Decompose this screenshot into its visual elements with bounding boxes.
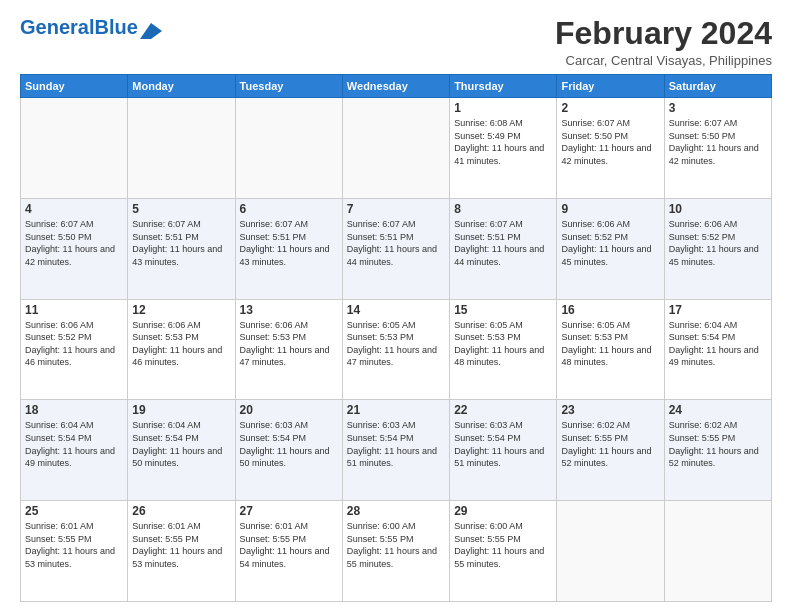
day-number: 5 [132, 202, 230, 216]
month-title: February 2024 [555, 16, 772, 51]
day-info: Sunrise: 6:06 AMSunset: 5:53 PMDaylight:… [240, 319, 338, 369]
day-info: Sunrise: 6:06 AMSunset: 5:53 PMDaylight:… [132, 319, 230, 369]
logo: GeneralBlue [20, 16, 162, 39]
calendar-cell [128, 98, 235, 199]
day-number: 13 [240, 303, 338, 317]
calendar-week-1: 1Sunrise: 6:08 AMSunset: 5:49 PMDaylight… [21, 98, 772, 199]
weekday-header-tuesday: Tuesday [235, 75, 342, 98]
calendar-cell: 17Sunrise: 6:04 AMSunset: 5:54 PMDayligh… [664, 299, 771, 400]
calendar-cell: 4Sunrise: 6:07 AMSunset: 5:50 PMDaylight… [21, 198, 128, 299]
day-info: Sunrise: 6:07 AMSunset: 5:50 PMDaylight:… [25, 218, 123, 268]
day-info: Sunrise: 6:00 AMSunset: 5:55 PMDaylight:… [347, 520, 445, 570]
day-info: Sunrise: 6:07 AMSunset: 5:50 PMDaylight:… [669, 117, 767, 167]
day-info: Sunrise: 6:06 AMSunset: 5:52 PMDaylight:… [561, 218, 659, 268]
calendar-cell: 27Sunrise: 6:01 AMSunset: 5:55 PMDayligh… [235, 501, 342, 602]
calendar-cell: 15Sunrise: 6:05 AMSunset: 5:53 PMDayligh… [450, 299, 557, 400]
day-number: 11 [25, 303, 123, 317]
day-info: Sunrise: 6:07 AMSunset: 5:51 PMDaylight:… [132, 218, 230, 268]
calendar-cell [21, 98, 128, 199]
day-number: 14 [347, 303, 445, 317]
calendar-cell: 29Sunrise: 6:00 AMSunset: 5:55 PMDayligh… [450, 501, 557, 602]
calendar-cell: 10Sunrise: 6:06 AMSunset: 5:52 PMDayligh… [664, 198, 771, 299]
calendar-cell: 2Sunrise: 6:07 AMSunset: 5:50 PMDaylight… [557, 98, 664, 199]
calendar-week-3: 11Sunrise: 6:06 AMSunset: 5:52 PMDayligh… [21, 299, 772, 400]
calendar-cell: 9Sunrise: 6:06 AMSunset: 5:52 PMDaylight… [557, 198, 664, 299]
day-info: Sunrise: 6:02 AMSunset: 5:55 PMDaylight:… [561, 419, 659, 469]
calendar-table: SundayMondayTuesdayWednesdayThursdayFrid… [20, 74, 772, 602]
calendar-cell: 22Sunrise: 6:03 AMSunset: 5:54 PMDayligh… [450, 400, 557, 501]
day-number: 21 [347, 403, 445, 417]
day-info: Sunrise: 6:04 AMSunset: 5:54 PMDaylight:… [25, 419, 123, 469]
day-number: 18 [25, 403, 123, 417]
day-number: 20 [240, 403, 338, 417]
calendar-cell: 3Sunrise: 6:07 AMSunset: 5:50 PMDaylight… [664, 98, 771, 199]
calendar-cell: 5Sunrise: 6:07 AMSunset: 5:51 PMDaylight… [128, 198, 235, 299]
day-number: 26 [132, 504, 230, 518]
day-info: Sunrise: 6:07 AMSunset: 5:51 PMDaylight:… [240, 218, 338, 268]
day-number: 15 [454, 303, 552, 317]
title-block: February 2024 Carcar, Central Visayas, P… [555, 16, 772, 68]
calendar-cell: 12Sunrise: 6:06 AMSunset: 5:53 PMDayligh… [128, 299, 235, 400]
day-info: Sunrise: 6:06 AMSunset: 5:52 PMDaylight:… [669, 218, 767, 268]
day-number: 24 [669, 403, 767, 417]
calendar-cell [235, 98, 342, 199]
day-number: 9 [561, 202, 659, 216]
header: GeneralBlue February 2024 Carcar, Centra… [20, 16, 772, 68]
day-info: Sunrise: 6:07 AMSunset: 5:50 PMDaylight:… [561, 117, 659, 167]
day-number: 16 [561, 303, 659, 317]
day-info: Sunrise: 6:07 AMSunset: 5:51 PMDaylight:… [454, 218, 552, 268]
day-number: 27 [240, 504, 338, 518]
day-number: 4 [25, 202, 123, 216]
day-info: Sunrise: 6:05 AMSunset: 5:53 PMDaylight:… [561, 319, 659, 369]
logo-text: GeneralBlue [20, 16, 138, 39]
day-info: Sunrise: 6:00 AMSunset: 5:55 PMDaylight:… [454, 520, 552, 570]
day-number: 29 [454, 504, 552, 518]
calendar-cell: 7Sunrise: 6:07 AMSunset: 5:51 PMDaylight… [342, 198, 449, 299]
day-info: Sunrise: 6:04 AMSunset: 5:54 PMDaylight:… [132, 419, 230, 469]
calendar-cell: 20Sunrise: 6:03 AMSunset: 5:54 PMDayligh… [235, 400, 342, 501]
day-number: 22 [454, 403, 552, 417]
calendar-cell [664, 501, 771, 602]
calendar-cell: 24Sunrise: 6:02 AMSunset: 5:55 PMDayligh… [664, 400, 771, 501]
calendar-cell: 23Sunrise: 6:02 AMSunset: 5:55 PMDayligh… [557, 400, 664, 501]
calendar-cell [342, 98, 449, 199]
day-info: Sunrise: 6:05 AMSunset: 5:53 PMDaylight:… [454, 319, 552, 369]
calendar-cell: 19Sunrise: 6:04 AMSunset: 5:54 PMDayligh… [128, 400, 235, 501]
logo-block: GeneralBlue [20, 16, 162, 39]
day-number: 28 [347, 504, 445, 518]
calendar-cell: 18Sunrise: 6:04 AMSunset: 5:54 PMDayligh… [21, 400, 128, 501]
calendar-cell: 13Sunrise: 6:06 AMSunset: 5:53 PMDayligh… [235, 299, 342, 400]
calendar-cell: 16Sunrise: 6:05 AMSunset: 5:53 PMDayligh… [557, 299, 664, 400]
day-number: 19 [132, 403, 230, 417]
page: GeneralBlue February 2024 Carcar, Centra… [0, 0, 792, 612]
day-number: 23 [561, 403, 659, 417]
day-info: Sunrise: 6:07 AMSunset: 5:51 PMDaylight:… [347, 218, 445, 268]
day-number: 6 [240, 202, 338, 216]
calendar-cell: 14Sunrise: 6:05 AMSunset: 5:53 PMDayligh… [342, 299, 449, 400]
logo-icon [140, 23, 162, 39]
day-info: Sunrise: 6:01 AMSunset: 5:55 PMDaylight:… [25, 520, 123, 570]
day-number: 10 [669, 202, 767, 216]
calendar-cell: 26Sunrise: 6:01 AMSunset: 5:55 PMDayligh… [128, 501, 235, 602]
weekday-header-monday: Monday [128, 75, 235, 98]
day-number: 25 [25, 504, 123, 518]
calendar-cell [557, 501, 664, 602]
weekday-header-row: SundayMondayTuesdayWednesdayThursdayFrid… [21, 75, 772, 98]
calendar-cell: 21Sunrise: 6:03 AMSunset: 5:54 PMDayligh… [342, 400, 449, 501]
day-info: Sunrise: 6:03 AMSunset: 5:54 PMDaylight:… [454, 419, 552, 469]
day-info: Sunrise: 6:01 AMSunset: 5:55 PMDaylight:… [132, 520, 230, 570]
calendar-cell: 28Sunrise: 6:00 AMSunset: 5:55 PMDayligh… [342, 501, 449, 602]
calendar-cell: 1Sunrise: 6:08 AMSunset: 5:49 PMDaylight… [450, 98, 557, 199]
day-info: Sunrise: 6:08 AMSunset: 5:49 PMDaylight:… [454, 117, 552, 167]
day-info: Sunrise: 6:02 AMSunset: 5:55 PMDaylight:… [669, 419, 767, 469]
calendar-week-5: 25Sunrise: 6:01 AMSunset: 5:55 PMDayligh… [21, 501, 772, 602]
calendar-cell: 25Sunrise: 6:01 AMSunset: 5:55 PMDayligh… [21, 501, 128, 602]
day-number: 17 [669, 303, 767, 317]
weekday-header-thursday: Thursday [450, 75, 557, 98]
weekday-header-sunday: Sunday [21, 75, 128, 98]
calendar-week-2: 4Sunrise: 6:07 AMSunset: 5:50 PMDaylight… [21, 198, 772, 299]
logo-blue: Blue [94, 16, 137, 38]
day-info: Sunrise: 6:03 AMSunset: 5:54 PMDaylight:… [347, 419, 445, 469]
calendar-cell: 11Sunrise: 6:06 AMSunset: 5:52 PMDayligh… [21, 299, 128, 400]
day-info: Sunrise: 6:01 AMSunset: 5:55 PMDaylight:… [240, 520, 338, 570]
